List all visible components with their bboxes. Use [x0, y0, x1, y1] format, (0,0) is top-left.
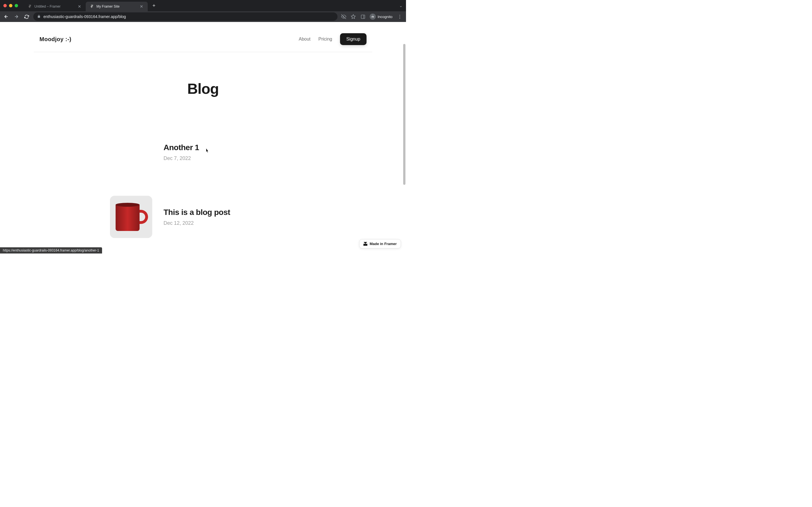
site-logo[interactable]: Moodjoy :-)	[40, 36, 71, 43]
blog-text: This is a blog post Dec 12, 2022	[163, 208, 296, 226]
chrome-right-controls: ⌄	[399, 3, 403, 8]
blog-post-date: Dec 7, 2022	[163, 156, 296, 161]
star-icon[interactable]	[350, 14, 356, 19]
svg-marker-0	[351, 15, 356, 18]
blog-post-item[interactable]: This is a blog post Dec 12, 2022	[110, 196, 296, 238]
maximize-window-button[interactable]	[15, 4, 18, 7]
page-title: Blog	[0, 80, 406, 97]
signup-button[interactable]: Signup	[340, 33, 366, 45]
svg-rect-1	[361, 15, 365, 18]
blog-post-title: This is a blog post	[163, 208, 296, 217]
address-bar-row: enthusiastic-guardrails-093164.framer.ap…	[0, 11, 406, 22]
forward-button[interactable]	[13, 13, 20, 20]
blog-post-title: Another 1	[163, 143, 296, 152]
address-bar-right: Incognito ⋮	[341, 13, 403, 20]
incognito-indicator[interactable]: Incognito	[370, 13, 393, 20]
new-tab-button[interactable]: +	[150, 2, 158, 10]
panel-icon[interactable]	[360, 14, 366, 19]
nav-about[interactable]: About	[299, 37, 310, 42]
framer-favicon-icon	[28, 4, 32, 9]
address-bar[interactable]: enthusiastic-guardrails-093164.framer.ap…	[33, 12, 338, 21]
site-nav: About Pricing Signup	[299, 33, 366, 45]
incognito-label: Incognito	[377, 15, 393, 19]
incognito-icon	[370, 13, 376, 20]
browser-tab-strip: Untitled – Framer ✕ My Framer Site ✕ + ⌄	[0, 0, 406, 11]
lock-icon	[37, 15, 41, 19]
minimize-window-button[interactable]	[9, 4, 12, 7]
blog-list: Another 1 Dec 7, 2022 This is a blog pos…	[104, 131, 302, 238]
tab-title: My Framer Site	[96, 4, 137, 8]
blog-text: Another 1 Dec 7, 2022	[163, 143, 296, 161]
mug-illustration	[116, 203, 147, 231]
tabs-container: Untitled – Framer ✕ My Framer Site ✕ +	[24, 0, 158, 11]
framer-favicon-icon	[90, 4, 94, 9]
reload-button[interactable]	[23, 13, 30, 20]
framer-logo-icon	[363, 242, 367, 246]
svg-point-3	[371, 16, 373, 17]
tab-my-framer-site[interactable]: My Framer Site ✕	[86, 2, 148, 11]
status-bar: https://enthusiastic-guardrails-093164.f…	[0, 247, 102, 253]
close-tab-icon[interactable]: ✕	[77, 4, 82, 9]
nav-pricing[interactable]: Pricing	[318, 37, 332, 42]
blog-image	[110, 196, 152, 238]
chevron-down-icon[interactable]: ⌄	[399, 3, 403, 8]
svg-point-4	[373, 16, 374, 17]
scrollbar[interactable]	[403, 44, 405, 185]
page-content: Moodjoy :-) About Pricing Signup Blog An…	[0, 22, 406, 253]
framer-badge[interactable]: Made in Framer	[359, 239, 401, 248]
tab-title: Untitled – Framer	[35, 4, 75, 8]
eye-off-icon[interactable]	[341, 14, 347, 19]
framer-badge-label: Made in Framer	[370, 242, 397, 246]
tab-untitled-framer[interactable]: Untitled – Framer ✕	[24, 2, 86, 11]
window-controls	[3, 4, 18, 7]
back-button[interactable]	[3, 13, 10, 20]
blog-post-date: Dec 12, 2022	[163, 220, 296, 226]
close-window-button[interactable]	[3, 4, 7, 7]
site-header: Moodjoy :-) About Pricing Signup	[34, 22, 372, 52]
blog-post-item[interactable]: Another 1 Dec 7, 2022	[110, 131, 296, 173]
url-text: enthusiastic-guardrails-093164.framer.ap…	[43, 14, 126, 19]
menu-button[interactable]: ⋮	[396, 14, 403, 19]
close-tab-icon[interactable]: ✕	[139, 4, 144, 9]
